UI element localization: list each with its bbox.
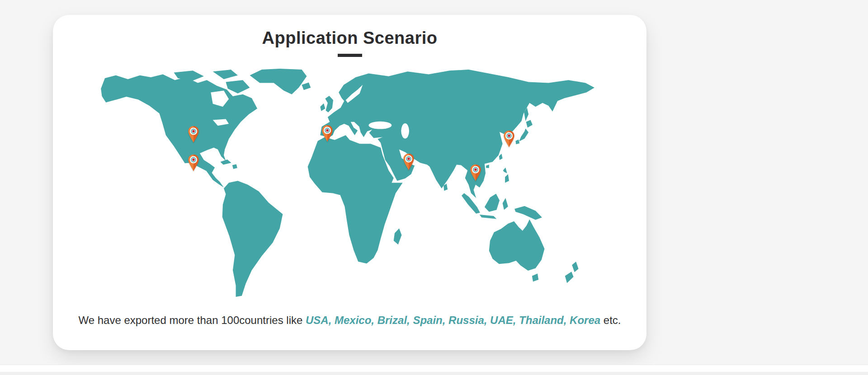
page-title: Application Scenario	[53, 28, 646, 48]
caption-prefix: We have exported more than 100countries …	[78, 314, 306, 326]
map-pin-korea-icon	[503, 130, 515, 148]
map-pin-spain-icon	[321, 125, 334, 142]
next-section-divider	[0, 365, 868, 372]
page-background: Application Scenario	[0, 0, 868, 375]
map-pin-uae-icon	[402, 153, 415, 171]
export-caption: We have exported more than 100countries …	[67, 312, 632, 329]
application-scenario-card: Application Scenario	[53, 15, 646, 350]
world-map-illustration	[100, 69, 599, 306]
map-pin-vietnam-icon	[469, 164, 482, 182]
map-pin-mexico-icon	[187, 154, 200, 172]
map-pin-usa-icon	[187, 126, 200, 143]
world-map	[100, 69, 599, 306]
title-underline	[338, 54, 362, 57]
next-section-background	[0, 372, 868, 375]
caption-countries: USA, Mexico, Brizal, Spain, Russia, UAE,…	[306, 314, 600, 326]
caption-suffix: etc.	[600, 314, 621, 326]
